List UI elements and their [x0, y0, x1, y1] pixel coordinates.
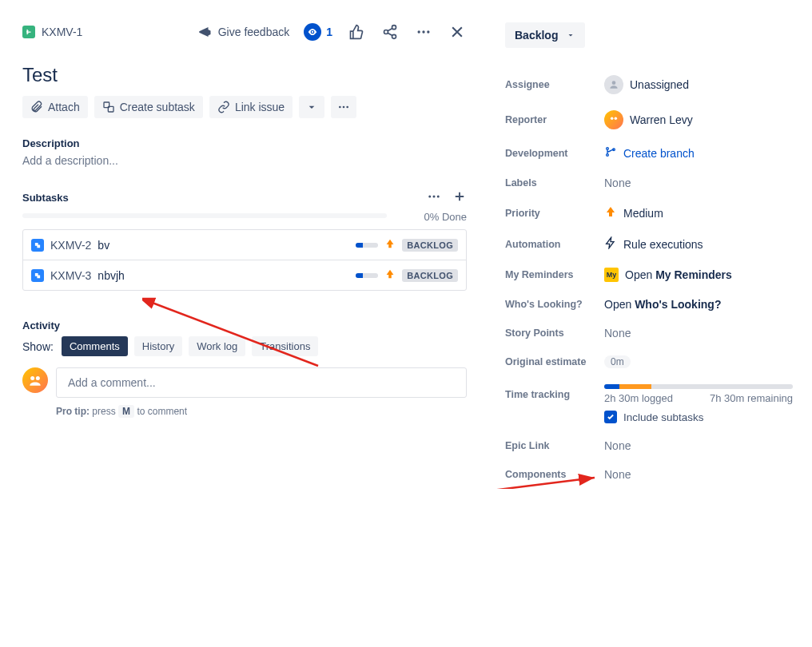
status-dropdown[interactable]: Backlog: [505, 22, 585, 48]
subtask-progress: [356, 243, 378, 248]
svg-point-4: [392, 26, 396, 30]
give-feedback-button[interactable]: Give feedback: [197, 25, 290, 39]
time-logged: 2h 30m logged: [604, 392, 673, 404]
issue-title[interactable]: Test: [22, 64, 467, 86]
eye-icon: [304, 23, 321, 41]
comment-input[interactable]: Add a comment...: [56, 367, 467, 398]
svg-point-9: [427, 30, 429, 33]
field-priority[interactable]: Priority Medium: [505, 197, 793, 228]
create-branch-link[interactable]: Create branch: [623, 147, 695, 160]
field-story-points[interactable]: Story Points None: [505, 319, 793, 347]
svg-point-17: [437, 196, 440, 198]
svg-point-6: [392, 34, 396, 38]
svg-point-22: [30, 376, 34, 380]
activity-label: Activity: [22, 320, 467, 331]
svg-point-16: [433, 196, 436, 198]
avatar: [604, 110, 623, 129]
svg-point-26: [615, 117, 618, 121]
svg-point-25: [611, 117, 614, 121]
description-label: Description: [22, 137, 467, 149]
user-avatar: [22, 367, 48, 393]
toolbar-more-button[interactable]: [331, 96, 356, 118]
subtask-list: KXMV-2 bv BACKLOG KXMV-3 nbvjh BACKLOG: [22, 229, 467, 291]
attach-icon: [30, 101, 43, 113]
feedback-label: Give feedback: [218, 26, 290, 38]
svg-point-15: [428, 196, 431, 198]
include-subtasks-label: Include subtasks: [623, 411, 704, 423]
svg-point-7: [418, 30, 420, 33]
link-issue-button[interactable]: Link issue: [209, 96, 293, 118]
subtasks-progress: [22, 213, 387, 218]
field-assignee[interactable]: Assignee Unassigned: [505, 67, 793, 102]
share-icon[interactable]: [380, 22, 400, 42]
subtasks-progress-text: 0% Done: [424, 211, 467, 223]
watch-button[interactable]: 1: [304, 23, 332, 41]
field-whos-looking[interactable]: Who's Looking? Open Who's Looking?: [505, 290, 793, 319]
subtasks-more-icon[interactable]: [427, 189, 441, 206]
subtask-row[interactable]: KXMV-2 bv BACKLOG: [23, 230, 466, 260]
svg-point-24: [612, 81, 616, 85]
like-icon[interactable]: [347, 22, 366, 42]
include-subtasks-checkbox[interactable]: [604, 411, 617, 423]
field-reminders[interactable]: My Reminders My Open My Reminders: [505, 260, 793, 290]
subtasks-add-icon[interactable]: [452, 189, 467, 206]
field-labels[interactable]: Labels None: [505, 169, 793, 197]
tab-worklog[interactable]: Work log: [189, 336, 245, 356]
subtask-progress: [356, 273, 378, 278]
subtask-row[interactable]: KXMV-3 nbvjh BACKLOG: [23, 260, 466, 290]
priority-icon: [384, 268, 396, 282]
priority-icon: [384, 238, 396, 252]
story-type-icon: [22, 26, 35, 38]
svg-point-3: [312, 31, 313, 33]
svg-point-27: [607, 148, 609, 150]
subtask-key[interactable]: KXMV-2: [50, 239, 91, 252]
more-icon[interactable]: [414, 22, 433, 42]
field-reporter[interactable]: Reporter Warren Levy: [505, 102, 793, 137]
avatar-unassigned-icon: [604, 75, 623, 94]
time-remaining: 7h 30m remaining: [710, 392, 793, 404]
breadcrumb-key[interactable]: KXMV-1: [42, 26, 82, 38]
subtask-status[interactable]: BACKLOG: [402, 269, 458, 282]
subtask-type-icon: [31, 269, 44, 282]
more-icon: [337, 101, 350, 113]
svg-point-23: [36, 376, 40, 380]
field-time-tracking[interactable]: Time tracking 2h 30m logged 7h 30m remai…: [505, 376, 793, 431]
priority-medium-icon: [604, 205, 617, 220]
tab-comments[interactable]: Comments: [62, 336, 128, 356]
field-automation[interactable]: Automation Rule executions: [505, 228, 793, 260]
subtask-icon: [102, 101, 115, 113]
subtask-summary[interactable]: bv: [98, 239, 349, 252]
svg-point-8: [422, 30, 424, 33]
chevron-down-icon: [305, 101, 318, 113]
svg-rect-20: [389, 274, 392, 278]
tab-transitions[interactable]: Transitions: [252, 336, 318, 356]
close-icon[interactable]: [448, 22, 467, 42]
field-original-estimate[interactable]: Original estimate 0m: [505, 347, 793, 376]
svg-rect-2: [27, 30, 28, 34]
subtask-summary[interactable]: nbvjh: [98, 269, 349, 282]
svg-rect-19: [389, 244, 392, 248]
link-icon: [217, 101, 230, 113]
breadcrumb[interactable]: KXMV-1: [22, 26, 82, 38]
protip: Pro tip: press M to comment: [56, 406, 467, 417]
subtask-status[interactable]: BACKLOG: [402, 239, 458, 252]
field-epic-link[interactable]: Epic Link None: [505, 431, 793, 460]
description-field[interactable]: Add a description...: [22, 154, 467, 167]
svg-point-28: [607, 154, 609, 157]
create-subtask-button[interactable]: Create subtask: [94, 96, 203, 118]
svg-point-14: [346, 106, 348, 109]
svg-point-5: [384, 30, 388, 34]
subtask-key[interactable]: KXMV-3: [50, 269, 91, 282]
chevron-down-icon: [566, 30, 575, 40]
watch-count: 1: [326, 26, 332, 38]
link-dropdown-button[interactable]: [299, 96, 324, 118]
time-tracking-bar: [604, 384, 793, 389]
attach-button[interactable]: Attach: [22, 96, 88, 118]
bolt-icon: [604, 236, 617, 252]
field-development: Development Create branch: [505, 137, 793, 169]
field-components[interactable]: Components None: [505, 460, 793, 489]
reminders-app-icon: My: [604, 268, 619, 282]
svg-point-12: [339, 106, 341, 109]
tab-history[interactable]: History: [134, 336, 182, 356]
svg-rect-30: [609, 212, 612, 216]
